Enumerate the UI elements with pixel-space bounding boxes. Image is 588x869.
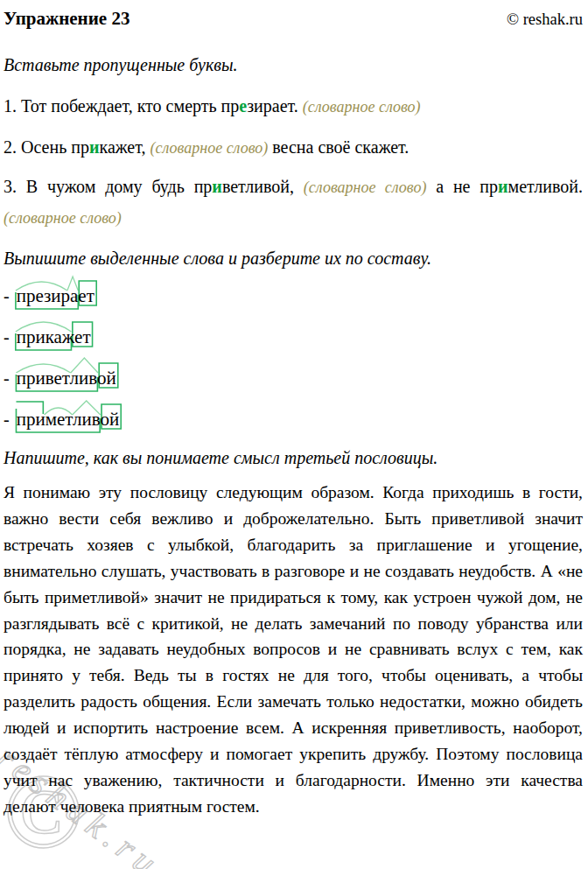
morpheme-word: приметливой	[14, 396, 122, 438]
morpheme-word-row-prikazhet: -прикажет	[4, 314, 583, 355]
dash: -	[4, 368, 10, 388]
inserted-letter: и	[89, 137, 100, 157]
vocab-note: (словарное слово)	[304, 179, 427, 196]
morpheme-word-label: приветливой	[17, 368, 116, 389]
sentence-3-text-mid3: метливой.	[508, 177, 583, 196]
essay-text: Я понимаю эту пословицу следующим образо…	[4, 480, 583, 820]
sentence-1-text-end: зирает.	[247, 96, 303, 116]
worksheet-content: Упражнение 23 © reshak.ru Вставьте пропу…	[4, 7, 583, 820]
sentence-3-text-mid1: ветливой,	[222, 177, 304, 196]
morpheme-word-label: презирает	[17, 285, 94, 306]
vocab-note: (словарное слово)	[150, 139, 268, 157]
header-row: Упражнение 23 © reshak.ru	[4, 7, 583, 31]
inserted-letter: е	[239, 96, 247, 116]
inserted-letter: и	[498, 177, 508, 196]
instruction-parse-words: Выпишите выделенные слова и разберите их…	[4, 245, 583, 271]
copyright-label: © reshak.ru	[507, 8, 583, 31]
worksheet-page: © reshak.ru Упражнение 23 © reshak.ru Вс…	[0, 0, 588, 869]
sentence-3: 3. В чужом дому будь приветливой, (слова…	[4, 172, 583, 233]
sentence-2-text: 2. Осень пр	[4, 137, 89, 157]
dash: -	[4, 410, 10, 429]
morpheme-word: прикажет	[14, 314, 94, 355]
morpheme-word-label: приметливой	[17, 409, 119, 430]
inserted-letter: и	[212, 177, 222, 196]
page-title: Упражнение 23	[4, 7, 130, 30]
vocab-note: (словарное слово)	[4, 209, 122, 227]
dash: -	[4, 327, 10, 347]
sentence-1: 1. Тот побеждает, кто смерть презирает. …	[4, 91, 583, 122]
sentence-2-text-mid: кажет,	[100, 137, 150, 157]
morphology-list: -презирает -прикажет -приветливой -приме…	[4, 273, 583, 438]
sentence-1-text: 1. Тот побеждает, кто смерть пр	[4, 96, 239, 116]
dash: -	[4, 286, 10, 305]
sentence-2: 2. Осень прикажет, (словарное слово) вес…	[4, 132, 583, 163]
morpheme-word-label: прикажет	[17, 326, 91, 347]
morpheme-word-row-primetlivoy: -приметливой	[4, 396, 583, 438]
instruction-insert-letters: Вставьте пропущенные буквы.	[4, 52, 583, 78]
sentence-2-text-end: весна своё скажет.	[268, 137, 409, 157]
instruction-explain-proverb: Напишите, как вы понимаете смысл третьей…	[4, 445, 583, 471]
morpheme-word-row-prezirayet: -презирает	[4, 273, 583, 314]
sentence-3-text-mid2: а не пр	[426, 177, 498, 196]
vocab-note: (словарное слово)	[303, 98, 421, 116]
morpheme-word: приветливой	[14, 355, 119, 396]
morpheme-word: презирает	[14, 273, 97, 314]
morpheme-word-row-privetlivoy: -приветливой	[4, 355, 583, 396]
sentence-3-text: 3. В чужом дому будь пр	[4, 177, 212, 196]
